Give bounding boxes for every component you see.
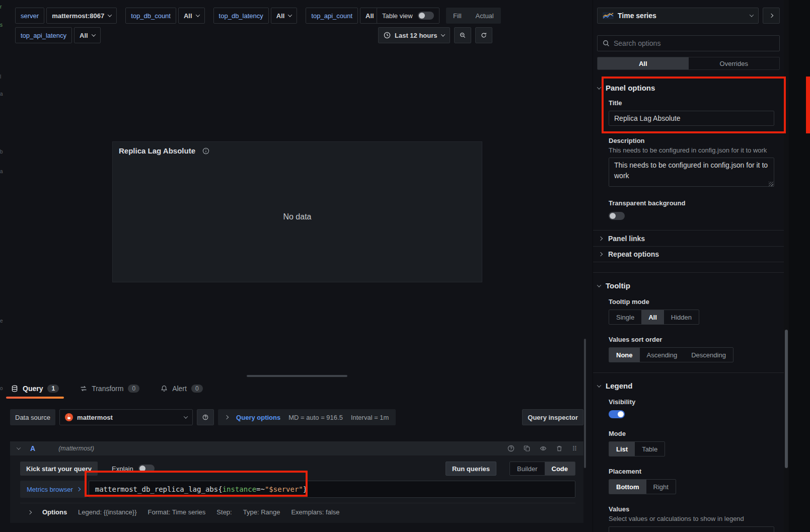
tab-overrides[interactable]: Overrides <box>689 57 780 69</box>
tab-transform[interactable]: Transform 0 <box>79 384 140 399</box>
legend-visibility-toggle[interactable] <box>609 410 625 418</box>
chevron-down-icon <box>184 414 188 418</box>
datasource-help-button[interactable] <box>197 409 214 425</box>
query-options-link[interactable]: Query options <box>236 414 280 421</box>
explain-toggle[interactable] <box>138 465 155 473</box>
option-label: Hidden <box>671 314 692 321</box>
sort-descending[interactable]: Descending <box>684 348 733 362</box>
placement-right[interactable]: Right <box>646 480 676 494</box>
legend-values-select[interactable]: Choose <box>609 526 774 532</box>
section-title: Panel options <box>606 84 655 92</box>
collapse-chevron-icon[interactable] <box>17 445 21 449</box>
query-options-summary-row[interactable]: Options Legend: {{instance}} Format: Tim… <box>20 503 575 517</box>
metrics-browser-button[interactable]: Metrics browser <box>20 481 87 498</box>
variable-value-top-db-latency[interactable]: All <box>271 8 298 24</box>
code-option[interactable]: Code <box>545 462 575 475</box>
variable-label-text: top_api_count <box>311 12 352 20</box>
type-summary: Type: Range <box>243 508 280 516</box>
legend-header[interactable]: Legend <box>593 382 784 390</box>
time-controls: Last 12 hours <box>378 27 492 43</box>
run-queries-button[interactable]: Run queries <box>446 462 496 476</box>
legend-mode-list[interactable]: List <box>609 442 635 456</box>
transparent-background-label: Transparent background <box>609 199 774 207</box>
query-row-header[interactable]: A (mattermost) ⠿ <box>10 441 583 455</box>
promql-close-brace: } <box>303 485 307 493</box>
table-view-toggle[interactable] <box>418 12 434 20</box>
actual-label: Actual <box>476 12 494 20</box>
variable-value-top-api-latency[interactable]: All <box>74 27 101 43</box>
panel-description-textarea[interactable]: This needs to be configured in config.js… <box>609 158 774 187</box>
collapse-pane-button[interactable] <box>763 8 780 24</box>
tab-all[interactable]: All <box>598 57 689 69</box>
main-scrollbar[interactable] <box>584 339 586 468</box>
duplicate-icon[interactable] <box>524 445 531 452</box>
help-icon[interactable] <box>507 445 514 452</box>
options-filter-tabs: All Overrides <box>597 57 780 70</box>
toggle-knob <box>618 411 624 417</box>
builder-option[interactable]: Builder <box>510 462 544 475</box>
legend-mode-table[interactable]: Table <box>635 442 665 456</box>
builder-code-switch: Builder Code <box>509 462 575 476</box>
refresh-button[interactable] <box>475 27 492 43</box>
options-search[interactable] <box>597 35 780 51</box>
prometheus-icon <box>65 413 73 421</box>
variable-value-server[interactable]: mattermost:8067 <box>46 8 117 24</box>
sort-ascending[interactable]: Ascending <box>640 348 685 362</box>
variable-label-text: server <box>21 12 39 20</box>
title-field-label: Title <box>609 99 774 107</box>
question-circle-icon <box>202 414 208 421</box>
options-search-input[interactable] <box>614 39 774 47</box>
tooltip-mode-hidden[interactable]: Hidden <box>664 310 699 324</box>
template-variables-row-2: top_api_latency All <box>15 27 109 43</box>
repeat-options-row[interactable]: Repeat options <box>593 246 784 262</box>
visualization-picker[interactable]: Time series <box>597 8 759 24</box>
fill-option[interactable]: Fill <box>446 8 469 24</box>
option-label: None <box>616 351 633 359</box>
panel-header[interactable]: Replica Lag Absolute <box>113 142 482 160</box>
time-range-picker[interactable]: Last 12 hours <box>378 27 450 43</box>
time-range-label: Last 12 hours <box>395 32 437 39</box>
query-row-actions: ⠿ <box>507 445 576 452</box>
variable-value-top-db-count[interactable]: All <box>178 8 205 24</box>
drag-grip-icon[interactable]: ⠿ <box>572 445 576 452</box>
values-sort-order-label: Values sort order <box>609 336 774 343</box>
chevron-down-icon <box>91 32 95 36</box>
tab-alert[interactable]: Alert 0 <box>160 384 203 399</box>
promql-label-value: "$server" <box>265 485 303 493</box>
chevron-right-icon <box>77 487 81 491</box>
kick-start-button[interactable]: Kick start your query <box>20 462 98 476</box>
datasource-picker[interactable]: mattermost <box>59 409 193 425</box>
search-icon <box>603 40 610 47</box>
tooltip-mode-all[interactable]: All <box>641 310 664 324</box>
variable-value-text: All <box>365 12 374 20</box>
pane-resize-handle[interactable] <box>247 375 347 377</box>
query-inspector-button[interactable]: Query inspector <box>522 409 583 425</box>
chevron-right-icon <box>28 510 32 514</box>
panel-options-header[interactable]: Panel options <box>593 84 784 92</box>
placement-bottom[interactable]: Bottom <box>609 480 646 494</box>
hide-response-eye-icon[interactable] <box>540 445 547 452</box>
sort-none[interactable]: None <box>609 348 640 362</box>
legend-summary: Legend: {{instance}} <box>78 508 136 516</box>
chevron-right-icon <box>599 236 603 240</box>
query-options-summary[interactable]: Query options MD = auto = 916.5 Interval… <box>218 409 396 425</box>
query-ref-id: A <box>30 444 35 452</box>
tab-query[interactable]: Query 1 <box>10 384 60 399</box>
chevron-down-icon <box>195 13 199 17</box>
tooltip-header[interactable]: Tooltip <box>593 281 784 290</box>
panel-links-row[interactable]: Panel links <box>593 230 784 246</box>
sidebar-scrollbar[interactable] <box>785 330 788 468</box>
transparent-background-toggle[interactable] <box>609 212 625 220</box>
promql-input[interactable]: mattermost_db_replica_lag_abs{instance=~… <box>89 481 575 498</box>
table-view-control[interactable]: Table view <box>377 8 439 24</box>
promql-label-name: instance <box>223 485 256 493</box>
description-textarea-wrap: This needs to be configured in config.js… <box>609 154 774 188</box>
actual-option[interactable]: Actual <box>469 8 501 24</box>
variable-value-text: All <box>276 12 285 20</box>
zoom-out-button[interactable] <box>454 27 471 43</box>
tooltip-mode-single[interactable]: Single <box>609 310 641 324</box>
variable-label-top-db-latency: top_db_latency <box>213 8 269 24</box>
trash-icon[interactable] <box>556 445 563 452</box>
variable-label-text: top_api_latency <box>21 32 66 39</box>
panel-title-input[interactable] <box>609 111 774 126</box>
